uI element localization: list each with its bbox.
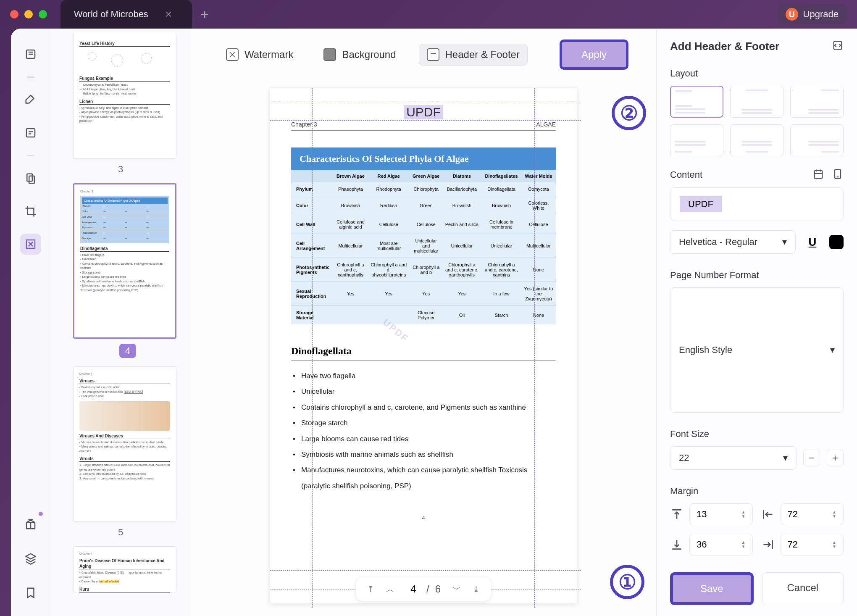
thumb-page-number: 5 <box>73 527 168 538</box>
rail-divider <box>27 76 34 78</box>
header-footer-tool[interactable]: Header & Footer <box>419 44 528 66</box>
content-value: UPDF <box>680 196 722 212</box>
highlighter-tool[interactable] <box>20 90 41 111</box>
bookmark-button[interactable] <box>20 582 41 603</box>
thumb-heading: Viroids <box>79 456 170 462</box>
font-size-label: Font Size <box>670 429 844 440</box>
background-icon <box>323 48 336 61</box>
thumbnails-panel: Yeast Life History Fungus Example — Deut… <box>50 29 191 616</box>
thumbnail-page-3[interactable]: Yeast Life History Fungus Example — Deut… <box>73 33 168 175</box>
underline-toggle[interactable]: U <box>802 232 823 252</box>
margin-right-icon <box>761 538 775 551</box>
thumb-section: Dinoflagellata <box>80 246 169 252</box>
header-watermark[interactable]: UPDF <box>404 105 443 119</box>
rail-divider <box>27 155 34 156</box>
margin-label: Margin <box>670 486 844 497</box>
section-title: Dinoflagellata <box>291 345 556 361</box>
user-badge-icon: U <box>786 8 798 21</box>
window-maximize[interactable] <box>39 10 47 18</box>
annotation-circle-2: ② <box>612 96 646 130</box>
header-footer-panel: Add Header & Footer Layout Content UPDF … <box>656 29 857 616</box>
close-tab-icon[interactable]: × <box>165 8 172 21</box>
watermark-tool[interactable]: Watermark <box>218 44 301 65</box>
reader-tool[interactable] <box>20 44 41 65</box>
doc-subject: ALGAE <box>536 121 556 128</box>
crop-tool[interactable] <box>20 201 41 222</box>
total-pages: 6 <box>435 583 441 595</box>
thumb-heading: Fungus Example <box>79 76 170 82</box>
text-color-swatch[interactable] <box>829 235 844 249</box>
notification-dot-icon <box>39 512 43 516</box>
svg-point-5 <box>88 52 96 61</box>
organize-tool[interactable] <box>20 168 41 189</box>
save-button[interactable]: Save <box>670 572 754 605</box>
layout-section-label: Layout <box>670 68 844 79</box>
thumb-heading: Prion's Disease Of Human Inheritance And… <box>79 558 170 569</box>
font-size-increase[interactable]: + <box>827 450 844 466</box>
margin-left-icon <box>761 508 775 521</box>
first-page-button[interactable]: ⤒ <box>367 584 374 594</box>
margin-bottom-input[interactable]: 36▲▼ <box>689 534 753 555</box>
gift-button[interactable] <box>20 513 41 534</box>
prev-page-button[interactable]: ︿ <box>386 584 394 595</box>
background-tool[interactable]: Background <box>316 44 403 65</box>
thumbnail-page-5[interactable]: Chapter 4 Viruses • Protein capsid + nuc… <box>73 366 168 538</box>
cancel-button[interactable]: Cancel <box>762 572 844 605</box>
layers-button[interactable] <box>20 548 41 569</box>
page-tools[interactable] <box>20 234 41 255</box>
diagram-placeholder-icon <box>79 401 170 431</box>
last-page-button[interactable]: ⤓ <box>473 584 480 594</box>
panel-title: Add Header & Footer <box>670 40 779 53</box>
new-tab-button[interactable]: + <box>200 6 209 23</box>
window-close[interactable] <box>10 10 18 18</box>
layout-option-6[interactable] <box>790 124 844 156</box>
thumb-page-number: 3 <box>73 164 168 175</box>
page-navigator: ⤒ ︿ / 6 ﹀ ⤓ <box>356 577 491 601</box>
bullet-list: Have two flagellaUnicellularContains chl… <box>291 368 556 494</box>
thumbnail-page-4[interactable]: Chapter 3 Characteristics Of Selected Ph… <box>73 183 168 358</box>
header-footer-icon <box>427 48 439 61</box>
margin-left-input[interactable]: 72▲▼ <box>781 503 844 525</box>
thumbnail-page-6[interactable]: Chapter 4 Prion's Disease Of Human Inher… <box>73 546 168 592</box>
insert-date-icon[interactable] <box>812 168 824 182</box>
header-content-input[interactable]: UPDF <box>670 187 844 221</box>
layout-option-1[interactable] <box>670 86 723 118</box>
window-minimize[interactable] <box>24 10 33 18</box>
chevron-down-icon: ▾ <box>783 453 788 463</box>
layout-option-2[interactable] <box>730 86 783 118</box>
page-number-footer: 4 <box>291 515 556 521</box>
diagram-placeholder-icon <box>79 48 170 73</box>
thumb-heading: Yeast Life History <box>79 41 170 47</box>
margin-right-input[interactable]: 72▲▼ <box>781 534 844 555</box>
document-tab[interactable]: World of Microbes × <box>60 0 192 29</box>
next-page-button[interactable]: ﹀ <box>452 584 461 595</box>
layout-option-4[interactable] <box>670 124 723 156</box>
layout-option-5[interactable] <box>730 124 783 156</box>
page-number-format-select[interactable]: English Style ▾ <box>670 287 844 413</box>
edit-tool[interactable] <box>20 122 41 143</box>
chevron-down-icon: ▾ <box>782 237 787 247</box>
thumb-heading: Lichen <box>79 99 170 105</box>
font-size-select[interactable]: 22 ▾ <box>670 446 797 470</box>
thumb-heading: Kuru <box>79 587 170 592</box>
page-number-format-label: Page Number Format <box>670 270 844 281</box>
document-canvas: Watermark Background Header & Footer App… <box>191 29 656 616</box>
page-number-input[interactable] <box>406 583 421 595</box>
left-tool-rail <box>11 29 50 616</box>
thumb-table-title: Characteristics Of Selected Phyla Of Alg… <box>82 197 168 204</box>
font-family-select[interactable]: Helvetica - Regular ▾ <box>670 230 796 254</box>
font-size-decrease[interactable]: − <box>803 450 820 466</box>
insert-page-icon[interactable] <box>832 168 844 182</box>
margin-top-input[interactable]: 13▲▼ <box>689 503 753 525</box>
annotation-circle-1: ① <box>610 565 644 599</box>
thumb-page-number-current: 4 <box>119 344 136 358</box>
algae-table: Brown AlgaeRed AlgaeGreen AlgaeDiatomsDi… <box>291 170 556 324</box>
apply-button[interactable]: Apply <box>560 39 628 70</box>
expand-panel-icon[interactable] <box>832 39 844 53</box>
layout-option-3[interactable] <box>790 86 844 118</box>
tab-title: World of Microbes <box>74 9 148 20</box>
upgrade-label: Upgrade <box>803 9 839 20</box>
document-page: UPDF Chapter 3 ALGAE Characteristics Of … <box>270 88 577 603</box>
upgrade-button[interactable]: U Upgrade <box>777 4 847 25</box>
thumb-heading: Viruses And Diseases <box>79 433 170 439</box>
